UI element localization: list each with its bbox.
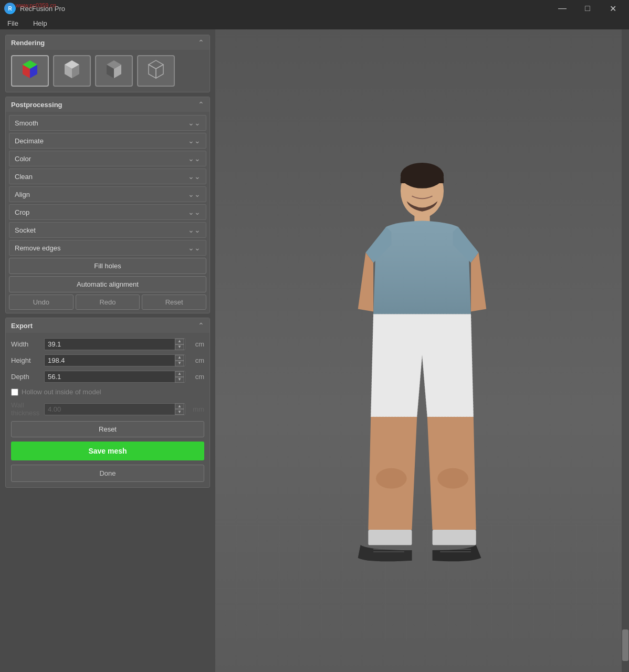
export-body: Width ▲ ▼ cm Height [6, 333, 209, 487]
export-section: Export ⌃ Width ▲ ▼ cm [5, 318, 210, 488]
export-header[interactable]: Export ⌃ [6, 318, 209, 333]
right-panel [215, 29, 629, 672]
depth-unit: cm [190, 373, 204, 381]
save-mesh-button[interactable]: Save mesh [11, 442, 204, 460]
height-label: Height [11, 356, 40, 364]
height-input[interactable] [44, 354, 185, 366]
main-layout: Rendering ⌃ [0, 29, 629, 672]
postprocessing-header[interactable]: Postprocessing ⌃ [6, 97, 209, 112]
height-spin-up[interactable]: ▲ [175, 355, 184, 361]
wall-thickness-input [44, 403, 185, 415]
watermark: www.pc0359.cn [16, 2, 56, 8]
hollow-label: Hollow out inside of model [22, 388, 101, 396]
postprocessing-body: Smooth ⌄⌄ Decimate ⌄⌄ Color ⌄⌄ Clean ⌄⌄ … [6, 112, 209, 313]
depth-input-wrap: ▲ ▼ [44, 371, 185, 383]
height-input-wrap: ▲ ▼ [44, 354, 185, 366]
pp-color[interactable]: Color ⌄⌄ [9, 151, 206, 166]
rendering-collapse-icon: ⌃ [198, 38, 204, 47]
depth-spin-up[interactable]: ▲ [175, 371, 184, 377]
depth-row: Depth ▲ ▼ cm [11, 371, 204, 383]
rendering-body [6, 50, 209, 92]
height-spin: ▲ ▼ [175, 355, 184, 366]
render-btn-color[interactable] [11, 55, 49, 87]
pp-align[interactable]: Align ⌄⌄ [9, 186, 206, 202]
dark-cube-icon [102, 59, 125, 82]
pp-decimate[interactable]: Decimate ⌄⌄ [9, 133, 206, 149]
svg-marker-11 [149, 60, 163, 69]
redo-button[interactable]: Redo [76, 295, 140, 310]
wall-thickness-row: Wall thickness ▲ ▼ mm [11, 401, 204, 417]
pp-socket-icon: ⌄⌄ [188, 226, 201, 234]
close-button[interactable]: ✕ [601, 0, 625, 17]
color-cube-icon [18, 59, 41, 82]
svg-point-16 [376, 468, 407, 489]
pp-crop-label: Crop [15, 208, 29, 216]
width-input[interactable] [44, 338, 185, 350]
pp-remove-edges[interactable]: Remove edges ⌄⌄ [9, 240, 206, 256]
render-btn-gray[interactable] [53, 55, 91, 87]
rendering-header[interactable]: Rendering ⌃ [6, 35, 209, 50]
gray-cube-icon [60, 59, 83, 82]
depth-spin: ▲ ▼ [175, 371, 184, 383]
menu-help[interactable]: Help [30, 18, 50, 28]
fill-holes-button[interactable]: Fill holes [9, 258, 206, 274]
postprocessing-collapse-icon: ⌃ [198, 100, 204, 109]
pp-clean[interactable]: Clean ⌄⌄ [9, 169, 206, 184]
pp-smooth[interactable]: Smooth ⌄⌄ [9, 115, 206, 131]
depth-input[interactable] [44, 371, 185, 383]
height-unit: cm [190, 356, 204, 364]
app-logo: R [4, 3, 16, 14]
width-spin-down[interactable]: ▼ [175, 344, 184, 350]
rendering-section: Rendering ⌃ [5, 35, 210, 92]
pp-clean-label: Clean [15, 173, 33, 181]
svg-point-17 [437, 468, 468, 489]
svg-rect-19 [433, 530, 476, 545]
postprocessing-title: Postprocessing [11, 101, 62, 109]
pp-crop-icon: ⌄⌄ [188, 208, 201, 216]
pp-align-label: Align [15, 191, 30, 198]
pp-align-icon: ⌄⌄ [188, 190, 201, 198]
height-row: Height ▲ ▼ cm [11, 354, 204, 366]
left-panel: Rendering ⌃ [0, 29, 215, 672]
pp-smooth-icon: ⌄⌄ [188, 119, 201, 127]
undo-redo-row: Undo Redo Reset [9, 295, 206, 310]
viewport[interactable] [215, 29, 629, 672]
scrollbar-thumb[interactable] [622, 629, 628, 661]
titlebar: R RecFusion Pro www.pc0359.cn — □ ✕ [0, 0, 629, 17]
automatic-alignment-button[interactable]: Automatic alignment [9, 276, 206, 292]
undo-button[interactable]: Undo [9, 295, 74, 310]
pp-clean-icon: ⌄⌄ [188, 172, 201, 181]
height-spin-down[interactable]: ▼ [175, 361, 184, 366]
width-label: Width [11, 340, 40, 348]
width-unit: cm [190, 340, 204, 348]
export-title: Export [11, 322, 33, 330]
pp-remove-edges-icon: ⌄⌄ [188, 244, 201, 252]
rendering-title: Rendering [11, 39, 45, 47]
wire-cube-icon [144, 59, 167, 82]
viewport-scrollbar[interactable] [622, 29, 629, 672]
reset-button-pp[interactable]: Reset [142, 295, 206, 310]
pp-crop[interactable]: Crop ⌄⌄ [9, 204, 206, 220]
width-spin-up[interactable]: ▲ [175, 339, 184, 344]
menu-file[interactable]: File [4, 18, 22, 28]
depth-spin-down[interactable]: ▼ [175, 377, 184, 383]
pp-socket-label: Socket [15, 226, 36, 234]
pp-remove-edges-label: Remove edges [15, 244, 60, 252]
done-button[interactable]: Done [11, 465, 204, 482]
wall-thickness-unit: mm [190, 405, 204, 413]
depth-label: Depth [11, 373, 40, 381]
svg-rect-18 [368, 530, 412, 545]
menubar: File Help [0, 17, 629, 29]
pp-socket[interactable]: Socket ⌄⌄ [9, 222, 206, 238]
wall-thickness-label: Wall thickness [11, 401, 40, 417]
width-spin: ▲ ▼ [175, 339, 184, 350]
minimize-button[interactable]: — [550, 0, 574, 17]
export-reset-button[interactable]: Reset [11, 421, 204, 437]
hollow-checkbox[interactable] [11, 388, 18, 396]
export-collapse-icon: ⌃ [198, 321, 204, 330]
render-btn-wire[interactable] [137, 55, 175, 87]
pp-color-icon: ⌄⌄ [188, 154, 201, 163]
hollow-checkbox-row: Hollow out inside of model [11, 387, 204, 397]
maximize-button[interactable]: □ [575, 0, 600, 17]
render-btn-dark[interactable] [95, 55, 133, 87]
